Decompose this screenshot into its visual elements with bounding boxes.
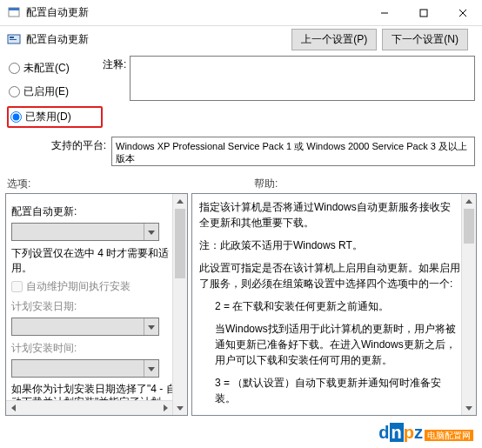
sched-time-label: 计划安装时间: (11, 341, 182, 356)
help-text: 指定该计算机是否将通过Windows自动更新服务接收安全更新和其他重要下载。 (199, 199, 460, 231)
close-button[interactable] (443, 0, 482, 26)
scroll-down-icon[interactable] (462, 400, 476, 415)
chevron-down-icon (144, 360, 158, 377)
svg-marker-16 (465, 199, 472, 204)
svg-rect-7 (10, 37, 14, 38)
comment-label: 注释: (103, 56, 130, 72)
next-setting-button[interactable]: 下一个设置(N) (382, 29, 468, 50)
radio-disabled-input[interactable] (10, 111, 22, 123)
svg-rect-8 (10, 39, 17, 40)
radio-not-configured-input[interactable] (9, 63, 20, 74)
scroll-down-icon[interactable] (173, 400, 187, 415)
scroll-thumb[interactable] (464, 209, 474, 244)
radio-enabled-input[interactable] (9, 86, 20, 97)
svg-marker-10 (148, 325, 155, 330)
prev-setting-button[interactable]: 上一个设置(P) (291, 29, 377, 50)
help-text: 3 = （默认设置）自动下载更新并通知何时准备安装。 (199, 375, 460, 406)
svg-marker-14 (11, 405, 16, 411)
titlebar: 配置自动更新 (0, 0, 482, 26)
scroll-track[interactable] (173, 209, 187, 400)
svg-rect-3 (420, 10, 427, 17)
options-vscrollbar[interactable] (172, 194, 187, 415)
chk-maintenance-input[interactable] (11, 281, 23, 292)
policy-icon (7, 32, 21, 46)
svg-marker-11 (148, 367, 155, 371)
options-title: 配置自动更新: (11, 204, 182, 219)
chk-maintenance[interactable]: 自动维护期间执行安装 (11, 279, 182, 294)
help-text: 注：此政策不适用于Windows RT。 (199, 237, 460, 253)
scroll-left-icon[interactable] (6, 401, 21, 415)
radio-label: 已启用(E) (23, 84, 69, 99)
radio-disabled[interactable]: 已禁用(D) (7, 106, 103, 128)
maximize-button[interactable] (404, 0, 443, 26)
options-panel: 配置自动更新: 下列设置仅在选中 4 时才需要和适用。 自动维护期间执行安装 计… (5, 193, 188, 416)
help-panel: 指定该计算机是否将通过Windows自动更新服务接收安全更新和其他重要下载。 注… (191, 193, 477, 416)
svg-rect-1 (9, 8, 19, 10)
scroll-right-icon[interactable] (157, 401, 172, 415)
sched-time-combo[interactable] (11, 359, 159, 378)
chk-label: 自动维护期间执行安装 (26, 279, 131, 294)
scroll-up-icon[interactable] (462, 194, 476, 209)
help-text: 此设置可指定是否在该计算机上启用自动更新。如果启用了服务，则必须在组策略设置中选… (199, 260, 460, 291)
platform-label: 支持的平台: (7, 137, 111, 153)
subheader: 配置自动更新 上一个设置(P) 下一个设置(N) (0, 26, 482, 52)
scroll-track[interactable] (21, 401, 157, 415)
help-text: Windows发现适用于该电脑的的更新并在背景中予以下载（用户不被通知或在此过程… (199, 413, 460, 416)
scroll-thumb[interactable] (175, 209, 185, 278)
svg-marker-17 (465, 406, 472, 411)
sched-day-combo[interactable] (11, 318, 159, 336)
options-hscrollbar[interactable] (6, 400, 172, 415)
radio-label: 未配置(C) (23, 61, 70, 76)
sched-day-label: 计划安装日期: (11, 299, 182, 314)
comment-textarea[interactable] (130, 56, 475, 101)
svg-marker-9 (148, 231, 155, 235)
svg-marker-15 (164, 405, 168, 411)
platform-textbox: Windows XP Professional Service Pack 1 或… (111, 137, 475, 166)
update-mode-combo[interactable] (11, 223, 159, 241)
options-note: 下列设置仅在选中 4 时才需要和适用。 (11, 246, 182, 276)
radio-enabled[interactable]: 已启用(E) (7, 83, 103, 101)
subheader-title: 配置自动更新 (26, 32, 89, 47)
minimize-button[interactable] (365, 0, 404, 26)
help-heading: 帮助: (228, 177, 475, 191)
scroll-up-icon[interactable] (173, 194, 187, 209)
chevron-down-icon (144, 224, 158, 240)
help-text: 当Windows找到适用于此计算机的更新时，用户将被通知更新已准备好下载。在进入… (199, 321, 460, 368)
help-vscrollbar[interactable] (461, 194, 476, 415)
radio-label: 已禁用(D) (25, 110, 71, 124)
window-title: 配置自动更新 (26, 5, 365, 20)
chevron-down-icon (144, 318, 158, 335)
scroll-track[interactable] (462, 209, 476, 400)
app-icon (7, 6, 21, 20)
svg-marker-13 (177, 406, 184, 411)
svg-marker-12 (177, 199, 184, 204)
options-heading: 选项: (7, 177, 228, 191)
radio-not-configured[interactable]: 未配置(C) (7, 59, 103, 77)
help-text: 2 = 在下载和安装任何更新之前通知。 (199, 298, 460, 314)
